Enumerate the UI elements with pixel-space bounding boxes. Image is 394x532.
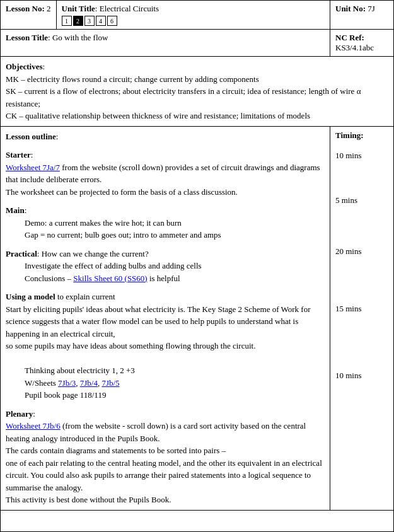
nav-box-1[interactable]: 1 [62,16,72,26]
nav-box-2[interactable]: 2 [73,16,83,26]
main-content-row: Lesson outline: Starter: Worksheet 7Ja/7… [1,127,393,511]
plenary-heading: Plenary: [6,408,325,420]
starter-text: Worksheet 7Ja/7 from the website (scroll… [6,161,325,186]
ws-7jb5-link[interactable]: 7Jb/5 [101,378,119,388]
skills-sheet-link[interactable]: Skills Sheet 60 (SS60) [73,274,147,283]
unit-no-cell: Unit No: 7J [330,1,393,29]
starter-section: Starter: Worksheet 7Ja/7 from the websit… [6,149,325,198]
model-section: Using a model to explain current Start b… [6,291,325,402]
lesson-no-cell: Lesson No: 2 [1,1,57,29]
plenary-text4: This activity is best done without the P… [6,494,325,506]
model-blank [6,352,325,365]
lesson-title-colon: : [48,33,52,42]
nav-box-3[interactable]: 3 [84,16,95,26]
nc-ref-value: KS3/4.1abc [335,43,388,53]
lesson-outline-heading: Lesson outline [6,132,56,141]
model-text2: so some pupils may have ideas about some… [6,340,325,352]
unit-no-value: 7J [368,4,375,14]
timing-plenary: 10 mins [335,371,388,381]
worksheet-7ja7-link[interactable]: Worksheet 7Ja/7 [6,163,60,172]
nav-box-6[interactable]: 6 [107,16,117,26]
nav-box-4[interactable]: 4 [96,16,106,26]
starter-heading: Starter: [6,149,325,161]
worksheet-7jb6-link[interactable]: Worksheet 7Jb/6 [6,421,61,431]
lesson-outline-cell: Lesson outline: Starter: Worksheet 7Ja/7… [1,127,330,510]
main-item2: Gap = no current; bulb goes out; intro t… [25,229,325,241]
main-section: Main: Demo: a current makes the wire hot… [6,204,325,241]
plenary-text1: Worksheet 7Jb/6 (from the website - scro… [6,420,325,444]
objectives-sk: SK – current is a flow of electrons; abo… [6,85,388,110]
plenary-section: Plenary: Worksheet 7Jb/6 (from the websi… [6,408,325,506]
header-row: Lesson No: 2 Unit Title: Electrical Circ… [1,1,393,30]
model-heading: Using a model to explain current [6,291,325,303]
lesson-outline-heading-section: Lesson outline: [6,130,325,143]
timing-cell: Timing: 10 mins 5 mins 20 mins 15 mins 1… [330,127,393,510]
lesson-outline-colon: : [56,132,59,141]
objectives-mk: MK – electricity flows round a circuit; … [6,73,388,86]
page: Lesson No: 2 Unit Title: Electrical Circ… [0,0,394,532]
plenary-text3: one of each pair relating to the central… [6,457,325,494]
timing-main: 5 mins [335,195,388,205]
lesson-no-value: 2 [47,4,51,14]
objectives-row: Objectives: MK – electricity flows round… [1,57,393,127]
starter-text2: The worksheet can be projected to form t… [6,186,325,199]
lesson-title-value: Go with the flow [52,33,108,42]
nc-ref-cell: NC Ref: KS3/4.1abc [330,30,393,56]
practical-section: Practical: How can we change the current… [6,248,325,285]
ws-7jb4-link[interactable]: 7Jb/4 [80,378,98,388]
unit-nav: 1 2 3 4 6 [62,16,325,26]
unit-title-cell: Unit Title: Electrical Circuits 1 2 3 4 … [57,1,330,29]
lesson-title-label: Lesson Title [6,33,48,42]
lesson-no-label: Lesson No: [6,4,45,14]
model-indent1: Thinking about electricity 1, 2 +3 [25,364,325,377]
model-text1: Start by eliciting pupils' ideas about w… [6,303,325,340]
timing-starter: 10 mins [335,151,388,161]
plenary-text2: The cards contain diagrams and statement… [6,444,325,457]
practical-item1: Investigate the effect of adding bulbs a… [25,260,325,272]
timing-heading: Timing: [335,130,388,141]
lesson-title-row: Lesson Title: Go with the flow NC Ref: K… [1,30,393,57]
practical-heading: Practical: How can we change the current… [6,248,325,260]
unit-no-label: Unit No: [335,4,366,14]
unit-title-colon: : [95,4,100,13]
unit-title-label: Unit Title [62,4,95,13]
unit-title-top: Unit Title: Electrical Circuits [62,4,325,14]
objectives-ck: CK – qualitative relationship between th… [6,110,388,122]
main-item1: Demo: a current makes the wire hot; it c… [25,217,325,229]
timing-model: 15 mins [335,304,388,314]
model-indent2: W/Sheets 7Jb/3, 7Jb/4, 7Jb/5 [25,377,325,390]
main-heading: Main: [6,204,325,217]
nc-ref-label: NC Ref: [335,33,388,43]
objectives-heading: Objectives: [6,61,388,73]
practical-item2: Conclusions – Skills Sheet 60 (SS60) is … [25,272,325,285]
unit-title-value: Electrical Circuits [100,4,159,13]
timing-practical: 20 mins [335,246,388,257]
lesson-title-cell: Lesson Title: Go with the flow [1,30,330,56]
ws-7jb3-link[interactable]: 7Jb/3 [58,378,76,388]
model-indent3: Pupil book page 118/119 [25,389,325,402]
